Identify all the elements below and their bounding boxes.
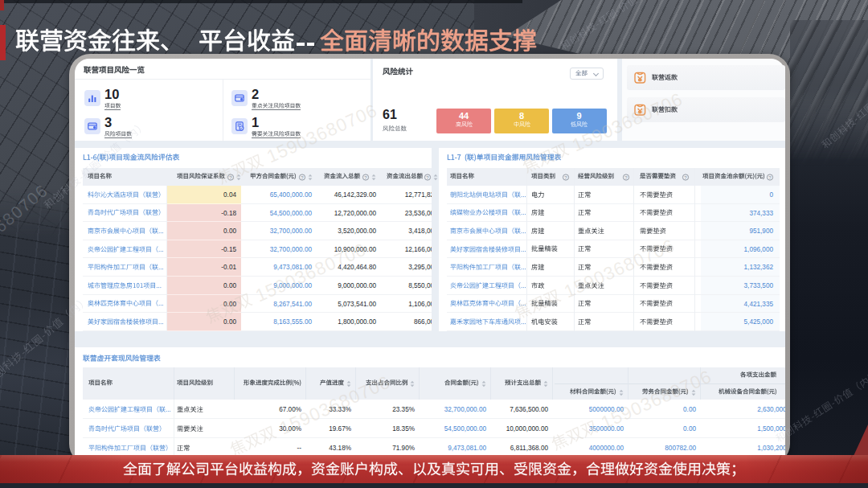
svg-text:?: ? [301,175,304,180]
svg-text:?: ? [426,175,429,180]
svg-text:?: ? [564,175,567,180]
svg-text:?: ? [364,175,367,180]
svg-text:?: ? [684,175,687,180]
svg-text:?: ? [624,175,628,180]
